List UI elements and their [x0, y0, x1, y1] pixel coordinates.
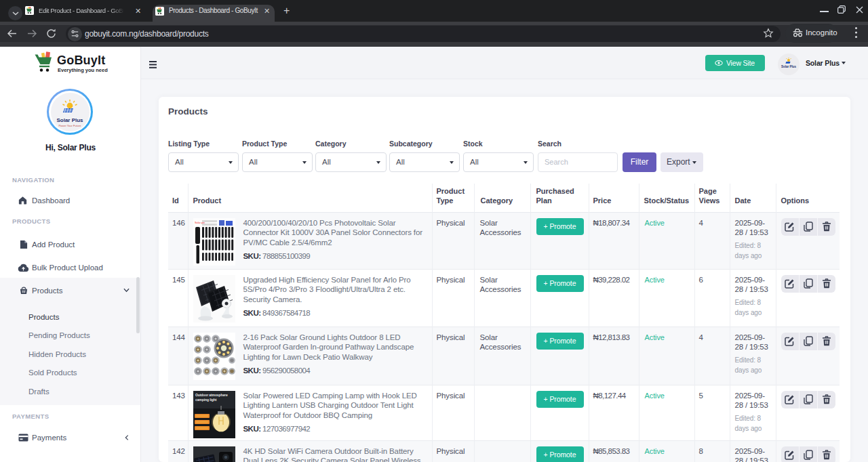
svg-text:Outdoor atmosphere: Outdoor atmosphere	[195, 393, 228, 397]
svg-text:camping light: camping light	[195, 398, 217, 402]
